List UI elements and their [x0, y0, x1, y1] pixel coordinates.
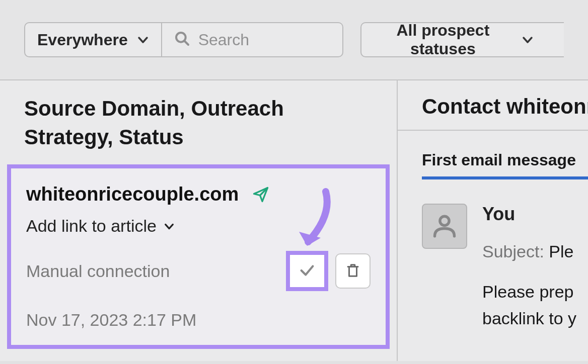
trash-icon	[345, 263, 360, 280]
strategy-dropdown[interactable]: Add link to article	[26, 216, 371, 236]
strategy-label: Add link to article	[26, 216, 157, 236]
card-actions	[286, 251, 371, 291]
chevron-down-icon	[164, 216, 175, 236]
paper-plane-icon	[252, 186, 270, 204]
domain-row: whiteonricecouple.com	[26, 184, 371, 205]
message-subject: Subject: Ple	[482, 242, 576, 261]
scope-label: Everywhere	[37, 31, 128, 49]
connection-label: Manual connection	[26, 261, 170, 281]
prospect-list-column: Source Domain, Outreach Strategy, Status…	[0, 80, 398, 361]
prospect-card[interactable]: whiteonricecouple.com Add link to articl…	[7, 164, 390, 349]
timestamp: Nov 17, 2023 2:17 PM	[26, 310, 371, 330]
contact-panel: Contact whiteonr First email message You…	[398, 80, 588, 361]
search-icon	[174, 31, 190, 49]
delete-button[interactable]	[335, 253, 371, 289]
body-line-1: Please prep	[482, 279, 576, 305]
scope-dropdown[interactable]: Everywhere	[24, 22, 162, 57]
message-block: You Subject: Ple Please prep backlink to…	[398, 179, 588, 331]
message-author: You	[482, 204, 576, 225]
contact-header: Contact whiteonr	[398, 95, 588, 131]
message-body: Please prep backlink to y	[482, 279, 576, 331]
body-line-2: backlink to y	[482, 305, 576, 332]
person-icon	[431, 212, 458, 240]
search-field-wrap[interactable]	[162, 22, 343, 57]
domain-name: whiteonricecouple.com	[26, 184, 239, 205]
check-icon	[299, 262, 316, 281]
status-label: All prospect statuses	[374, 21, 512, 58]
approve-button[interactable]	[286, 251, 328, 291]
tab-first-email[interactable]: First email message	[398, 131, 588, 169]
filter-bar: Everywhere All prospect statuses	[0, 0, 588, 79]
chevron-down-icon	[137, 34, 149, 46]
message-content: You Subject: Ple Please prep backlink to…	[482, 204, 576, 331]
main-columns: Source Domain, Outreach Strategy, Status…	[0, 79, 588, 361]
list-column-header: Source Domain, Outreach Strategy, Status	[0, 95, 397, 164]
tab-label-text: First email message	[422, 151, 576, 169]
status-dropdown[interactable]: All prospect statuses	[360, 22, 564, 57]
connection-row: Manual connection	[26, 251, 371, 291]
scope-search-group: Everywhere	[24, 22, 343, 57]
subject-label: Subject:	[482, 242, 544, 261]
avatar	[422, 204, 467, 249]
subject-value: Ple	[549, 242, 573, 261]
svg-point-3	[440, 216, 449, 225]
chevron-down-icon	[522, 34, 534, 46]
svg-line-1	[184, 41, 188, 45]
search-input[interactable]	[198, 31, 330, 49]
